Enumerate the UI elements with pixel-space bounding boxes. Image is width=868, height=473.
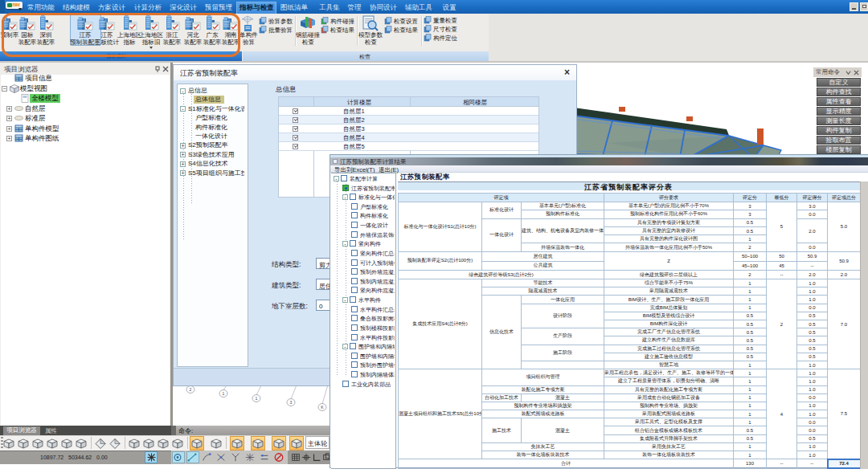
svg-text:3: 3 <box>290 400 293 405</box>
svg-text:1: 1 <box>256 396 258 401</box>
svg-text:1: 1 <box>223 391 225 396</box>
svg-text:2: 2 <box>190 387 192 392</box>
